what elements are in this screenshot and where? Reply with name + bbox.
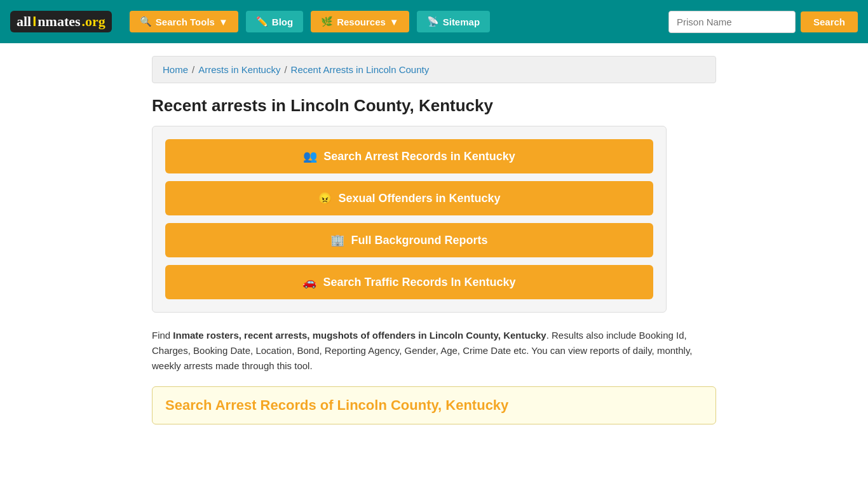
nav-resources[interactable]: 🌿 Resources ▼ — [311, 11, 409, 32]
nav-sitemap[interactable]: 📡 Sitemap — [417, 11, 490, 32]
nav-blog-label: Blog — [272, 17, 293, 27]
search-arrest-label: Search Arrest Records in Kentucky — [323, 150, 515, 163]
logo-text-inmates: nmates — [37, 13, 80, 30]
breadcrumb-container: Home / Arrests in Kentucky / Recent Arre… — [152, 56, 716, 83]
nav-sitemap-label: Sitemap — [443, 17, 480, 27]
breadcrumb: Home / Arrests in Kentucky / Recent Arre… — [163, 64, 705, 75]
nav-blog[interactable]: ✏️ Blog — [246, 11, 303, 32]
page-title: Recent arrests in Lincoln County, Kentuc… — [152, 96, 716, 116]
breadcrumb-arrests-kentucky[interactable]: Arrests in Kentucky — [198, 64, 280, 75]
search-section: Search Arrest Records of Lincoln County,… — [152, 386, 716, 424]
action-card: 👥 Search Arrest Records in Kentucky 😠 Se… — [152, 126, 667, 313]
sitemap-icon: 📡 — [427, 16, 439, 27]
background-reports-icon: 🏢 — [330, 233, 344, 247]
search-section-title: Search Arrest Records of Lincoln County,… — [165, 397, 703, 414]
traffic-records-icon: 🚗 — [302, 275, 316, 289]
prison-search-label: Search — [813, 17, 845, 27]
traffic-records-btn[interactable]: 🚗 Search Traffic Records In Kentucky — [165, 265, 653, 299]
breadcrumb-sep-1: / — [192, 64, 194, 75]
sexual-offenders-icon: 😠 — [318, 191, 332, 205]
description-bold: Inmate rosters, recent arrests, mugshots… — [173, 330, 546, 341]
background-reports-btn[interactable]: 🏢 Full Background Reports — [165, 223, 653, 257]
description-text: Find Inmate rosters, recent arrests, mug… — [152, 328, 716, 374]
sexual-offenders-label: Sexual Offenders in Kentucky — [338, 192, 500, 205]
chevron-down-icon-2: ▼ — [390, 17, 399, 27]
nav-search-tools[interactable]: 🔍 Search Tools ▼ — [130, 11, 238, 32]
resources-icon: 🌿 — [321, 16, 333, 27]
breadcrumb-sep-2: / — [284, 64, 287, 75]
description-prefix: Find — [152, 330, 173, 341]
logo-text-all: all — [17, 13, 31, 30]
search-arrest-btn[interactable]: 👥 Search Arrest Records in Kentucky — [165, 139, 653, 173]
main-content: Home / Arrests in Kentucky / Recent Arre… — [142, 43, 726, 450]
logo-text-org: .org — [82, 13, 105, 30]
nav-search-tools-label: Search Tools — [156, 17, 215, 27]
sexual-offenders-btn[interactable]: 😠 Sexual Offenders in Kentucky — [165, 181, 653, 215]
traffic-records-label: Search Traffic Records In Kentucky — [323, 276, 515, 289]
breadcrumb-home[interactable]: Home — [163, 64, 188, 75]
header-search-area: Search — [668, 11, 858, 33]
chevron-down-icon: ▼ — [219, 17, 228, 27]
search-arrest-icon: 👥 — [303, 149, 317, 163]
nav-resources-label: Resources — [337, 17, 386, 27]
background-reports-label: Full Background Reports — [351, 234, 487, 247]
search-tools-icon: 🔍 — [140, 16, 152, 27]
prison-search-button[interactable]: Search — [801, 11, 858, 32]
prison-search-input[interactable] — [668, 11, 796, 33]
logo[interactable]: all I nmates .org — [10, 11, 112, 32]
logo-i: I — [32, 13, 36, 30]
header: all I nmates .org 🔍 Search Tools ▼ ✏️ Bl… — [0, 0, 868, 43]
breadcrumb-current: Recent Arrests in Lincoln County — [291, 64, 430, 75]
blog-icon: ✏️ — [256, 16, 268, 27]
